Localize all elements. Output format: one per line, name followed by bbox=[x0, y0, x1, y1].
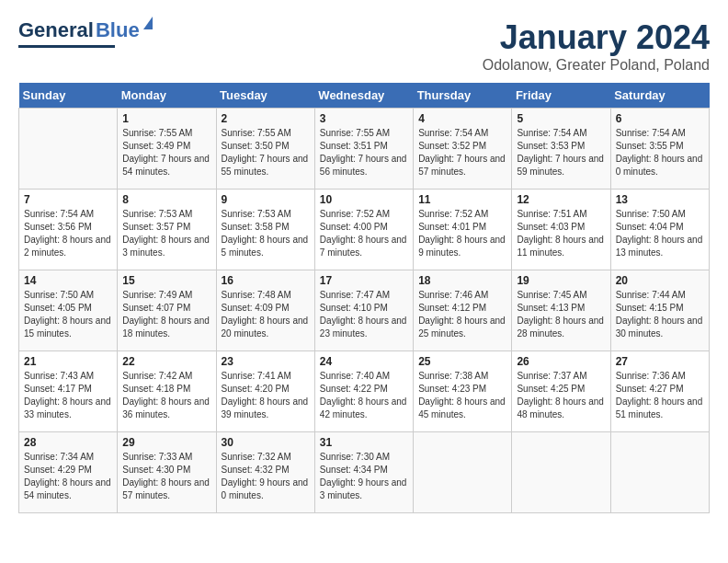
calendar-cell: 17Sunrise: 7:47 AMSunset: 4:10 PMDayligh… bbox=[314, 270, 413, 351]
day-number: 22 bbox=[122, 355, 210, 368]
day-number: 16 bbox=[222, 274, 310, 287]
logo-general: General bbox=[18, 18, 94, 42]
day-info: Sunrise: 7:53 AMSunset: 3:57 PMDaylight:… bbox=[122, 208, 210, 259]
day-info: Sunrise: 7:33 AMSunset: 4:30 PMDaylight:… bbox=[122, 451, 210, 502]
calendar-cell: 9Sunrise: 7:53 AMSunset: 3:58 PMDaylight… bbox=[216, 190, 314, 270]
day-number: 4 bbox=[418, 112, 506, 125]
day-number: 15 bbox=[122, 274, 210, 287]
day-info: Sunrise: 7:38 AMSunset: 4:23 PMDaylight:… bbox=[418, 370, 506, 421]
logo-underline bbox=[18, 45, 115, 48]
weekday-header-wednesday: Wednesday bbox=[314, 83, 413, 109]
day-info: Sunrise: 7:52 AMSunset: 4:01 PMDaylight:… bbox=[418, 208, 506, 259]
calendar-cell: 3Sunrise: 7:55 AMSunset: 3:51 PMDaylight… bbox=[314, 109, 413, 190]
calendar-cell: 23Sunrise: 7:41 AMSunset: 4:20 PMDayligh… bbox=[216, 351, 314, 432]
day-number: 21 bbox=[24, 355, 112, 368]
day-number: 18 bbox=[418, 274, 506, 287]
day-info: Sunrise: 7:54 AMSunset: 3:53 PMDaylight:… bbox=[517, 127, 605, 178]
calendar-cell: 5Sunrise: 7:54 AMSunset: 3:53 PMDaylight… bbox=[512, 109, 610, 190]
day-info: Sunrise: 7:55 AMSunset: 3:51 PMDaylight:… bbox=[320, 127, 408, 178]
calendar-cell: 27Sunrise: 7:36 AMSunset: 4:27 PMDayligh… bbox=[610, 351, 709, 432]
day-number: 6 bbox=[616, 112, 704, 125]
day-number: 7 bbox=[24, 193, 112, 206]
week-row-4: 21Sunrise: 7:43 AMSunset: 4:17 PMDayligh… bbox=[19, 351, 710, 432]
weekday-header-row: SundayMondayTuesdayWednesdayThursdayFrid… bbox=[19, 83, 710, 109]
day-info: Sunrise: 7:51 AMSunset: 4:03 PMDaylight:… bbox=[517, 208, 605, 259]
calendar-cell: 7Sunrise: 7:54 AMSunset: 3:56 PMDaylight… bbox=[19, 190, 118, 270]
weekday-header-friday: Friday bbox=[512, 83, 610, 109]
calendar-cell: 12Sunrise: 7:51 AMSunset: 4:03 PMDayligh… bbox=[512, 190, 610, 270]
day-number: 3 bbox=[320, 112, 408, 125]
day-info: Sunrise: 7:54 AMSunset: 3:56 PMDaylight:… bbox=[24, 208, 112, 259]
day-number: 5 bbox=[517, 112, 605, 125]
day-info: Sunrise: 7:50 AMSunset: 4:05 PMDaylight:… bbox=[24, 289, 112, 340]
calendar-cell: 1Sunrise: 7:55 AMSunset: 3:49 PMDaylight… bbox=[118, 109, 216, 190]
day-number: 27 bbox=[616, 355, 704, 368]
calendar-cell: 31Sunrise: 7:30 AMSunset: 4:34 PMDayligh… bbox=[314, 432, 413, 513]
calendar-cell bbox=[414, 432, 512, 513]
calendar-cell: 11Sunrise: 7:52 AMSunset: 4:01 PMDayligh… bbox=[414, 190, 512, 270]
calendar-cell: 13Sunrise: 7:50 AMSunset: 4:04 PMDayligh… bbox=[610, 190, 709, 270]
calendar-cell: 29Sunrise: 7:33 AMSunset: 4:30 PMDayligh… bbox=[118, 432, 216, 513]
day-number: 8 bbox=[122, 193, 210, 206]
weekday-header-sunday: Sunday bbox=[19, 83, 118, 109]
day-number: 25 bbox=[418, 355, 506, 368]
day-info: Sunrise: 7:49 AMSunset: 4:07 PMDaylight:… bbox=[122, 289, 210, 340]
day-number: 19 bbox=[517, 274, 605, 287]
week-row-2: 7Sunrise: 7:54 AMSunset: 3:56 PMDaylight… bbox=[19, 190, 710, 270]
calendar-cell: 26Sunrise: 7:37 AMSunset: 4:25 PMDayligh… bbox=[512, 351, 610, 432]
calendar-cell: 24Sunrise: 7:40 AMSunset: 4:22 PMDayligh… bbox=[314, 351, 413, 432]
day-info: Sunrise: 7:36 AMSunset: 4:27 PMDaylight:… bbox=[616, 370, 704, 421]
day-info: Sunrise: 7:45 AMSunset: 4:13 PMDaylight:… bbox=[517, 289, 605, 340]
day-number: 31 bbox=[320, 436, 408, 449]
week-row-3: 14Sunrise: 7:50 AMSunset: 4:05 PMDayligh… bbox=[19, 270, 710, 351]
weekday-header-tuesday: Tuesday bbox=[216, 83, 314, 109]
day-info: Sunrise: 7:54 AMSunset: 3:52 PMDaylight:… bbox=[418, 127, 506, 178]
calendar-cell: 15Sunrise: 7:49 AMSunset: 4:07 PMDayligh… bbox=[118, 270, 216, 351]
day-info: Sunrise: 7:53 AMSunset: 3:58 PMDaylight:… bbox=[222, 208, 310, 259]
day-info: Sunrise: 7:41 AMSunset: 4:20 PMDaylight:… bbox=[222, 370, 310, 421]
day-info: Sunrise: 7:47 AMSunset: 4:10 PMDaylight:… bbox=[320, 289, 408, 340]
day-number: 23 bbox=[222, 355, 310, 368]
logo: General Blue bbox=[18, 18, 140, 48]
weekday-header-saturday: Saturday bbox=[610, 83, 709, 109]
day-info: Sunrise: 7:43 AMSunset: 4:17 PMDaylight:… bbox=[24, 370, 112, 421]
day-info: Sunrise: 7:42 AMSunset: 4:18 PMDaylight:… bbox=[122, 370, 210, 421]
month-title: January 2024 bbox=[483, 18, 710, 57]
day-number: 10 bbox=[320, 193, 408, 206]
day-info: Sunrise: 7:32 AMSunset: 4:32 PMDaylight:… bbox=[222, 451, 310, 502]
calendar-cell: 4Sunrise: 7:54 AMSunset: 3:52 PMDaylight… bbox=[414, 109, 512, 190]
day-info: Sunrise: 7:37 AMSunset: 4:25 PMDaylight:… bbox=[517, 370, 605, 421]
logo-blue: Blue bbox=[96, 18, 140, 41]
weekday-header-monday: Monday bbox=[118, 83, 216, 109]
day-info: Sunrise: 7:46 AMSunset: 4:12 PMDaylight:… bbox=[418, 289, 506, 340]
day-info: Sunrise: 7:55 AMSunset: 3:50 PMDaylight:… bbox=[222, 127, 310, 178]
week-row-1: 1Sunrise: 7:55 AMSunset: 3:49 PMDaylight… bbox=[19, 109, 710, 190]
day-number: 28 bbox=[24, 436, 112, 449]
calendar-cell: 14Sunrise: 7:50 AMSunset: 4:05 PMDayligh… bbox=[19, 270, 118, 351]
calendar-cell: 20Sunrise: 7:44 AMSunset: 4:15 PMDayligh… bbox=[610, 270, 709, 351]
day-number: 26 bbox=[517, 355, 605, 368]
day-info: Sunrise: 7:30 AMSunset: 4:34 PMDaylight:… bbox=[320, 451, 408, 502]
calendar-cell: 30Sunrise: 7:32 AMSunset: 4:32 PMDayligh… bbox=[216, 432, 314, 513]
day-number: 29 bbox=[122, 436, 210, 449]
calendar-cell: 2Sunrise: 7:55 AMSunset: 3:50 PMDaylight… bbox=[216, 109, 314, 190]
day-number: 30 bbox=[222, 436, 310, 449]
weekday-header-thursday: Thursday bbox=[414, 83, 512, 109]
day-number: 11 bbox=[418, 193, 506, 206]
day-number: 14 bbox=[24, 274, 112, 287]
day-info: Sunrise: 7:34 AMSunset: 4:29 PMDaylight:… bbox=[24, 451, 112, 502]
page-header: General Blue January 2024 Odolanow, Grea… bbox=[18, 18, 710, 74]
day-number: 20 bbox=[616, 274, 704, 287]
calendar-cell: 28Sunrise: 7:34 AMSunset: 4:29 PMDayligh… bbox=[19, 432, 118, 513]
calendar-cell bbox=[19, 109, 118, 190]
day-info: Sunrise: 7:55 AMSunset: 3:49 PMDaylight:… bbox=[122, 127, 210, 178]
calendar-cell: 10Sunrise: 7:52 AMSunset: 4:00 PMDayligh… bbox=[314, 190, 413, 270]
calendar-cell: 19Sunrise: 7:45 AMSunset: 4:13 PMDayligh… bbox=[512, 270, 610, 351]
calendar-cell: 6Sunrise: 7:54 AMSunset: 3:55 PMDaylight… bbox=[610, 109, 709, 190]
calendar-cell: 25Sunrise: 7:38 AMSunset: 4:23 PMDayligh… bbox=[414, 351, 512, 432]
calendar-cell bbox=[610, 432, 709, 513]
day-number: 24 bbox=[320, 355, 408, 368]
day-info: Sunrise: 7:44 AMSunset: 4:15 PMDaylight:… bbox=[616, 289, 704, 340]
day-number: 12 bbox=[517, 193, 605, 206]
calendar-cell: 8Sunrise: 7:53 AMSunset: 3:57 PMDaylight… bbox=[118, 190, 216, 270]
